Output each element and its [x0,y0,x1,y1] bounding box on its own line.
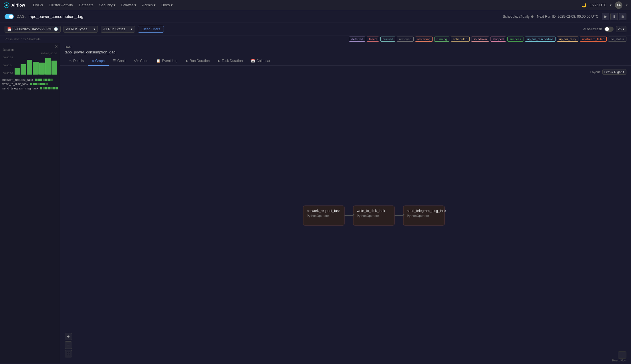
run-state-chevron: ▾ [131,27,132,31]
nav-admin[interactable]: Admin ▾ [140,2,158,8]
task-node-send-telegram[interactable]: send_telegram_msg_task PythonOperator [403,205,445,225]
tab-code-label: Code [140,59,148,63]
current-time: 16:25 UTC [590,3,606,7]
legend-network-request-task[interactable]: network_request_task [2,78,57,81]
graph-controls: + − ⛶ [65,333,72,357]
run-state-filter[interactable]: All Run States ▾ [101,26,135,33]
task-legend: network_request_task write_to_disk_task [0,77,60,92]
tab-run-duration[interactable]: ▶ Run Duration [182,57,214,66]
page-size-select[interactable]: 25 ▾ [616,26,626,32]
status-tag-skipped[interactable]: skipped [491,37,506,42]
nav-datasets[interactable]: Datasets [76,2,96,8]
shortcuts-info: Press shift / for Shortcuts [5,37,41,41]
shortcuts-slash: / [21,37,21,41]
nav-security[interactable]: Security ▾ [97,2,118,8]
nav-browse[interactable]: Browse ▾ [119,2,139,8]
next-run-id: Next Run ID: 2025-02-08, 00:00:00 UTC [537,15,598,19]
zoom-in-button[interactable]: + [65,333,72,340]
nav-right: 🌙 16:25 UTC ▾ AA ▾ [582,1,628,9]
bar-6 [45,58,51,75]
calendar-tab-icon: 📅 [251,59,255,63]
status-tag-no-status[interactable]: no_status [608,37,626,42]
clear-filters-button[interactable]: Clear Filters [138,26,164,33]
layout-dropdown[interactable]: Left -> Right ▾ [602,69,626,75]
auto-refresh-toggle[interactable] [604,27,614,32]
tab-graph-label: Graph [95,59,105,63]
shortcuts-tags-row: Press shift / for Shortcuts deferred fai… [0,35,631,43]
main-layout: ✕ Duration Feb 05, 00:20 00:00:03 00:00:… [0,43,631,363]
status-tag-scheduled[interactable]: scheduled [451,37,470,42]
connector-2-3 [395,215,403,216]
filter-right: Auto-refresh 25 ▾ [583,26,626,32]
tab-graph[interactable]: ⎈ Graph [88,57,109,66]
run-type-filter[interactable]: All Run Types ▾ [64,26,98,33]
trigger-dag-button[interactable]: ▶ [602,13,609,20]
status-tag-running[interactable]: running [434,37,449,42]
status-tag-restarting[interactable]: restarting [415,37,433,42]
tab-gantt[interactable]: ☰ Gantt [109,57,130,66]
dark-mode-icon[interactable]: 🌙 [582,3,586,7]
time-value: 04:25:22 PM [32,27,51,31]
status-tag-removed[interactable]: removed [397,37,414,42]
tab-code[interactable]: </> Code [130,57,152,66]
tab-calendar[interactable]: 📅 Calendar [247,57,275,66]
dag-toggle[interactable] [5,14,14,19]
delete-dag-button[interactable]: 🗑 [619,13,626,20]
sidebar: ✕ Duration Feb 05, 00:20 00:00:03 00:00:… [0,43,60,363]
bar-1 [15,68,20,75]
event-log-icon: 📋 [156,59,160,63]
status-tag-queued[interactable]: queued [380,37,396,42]
task-node-type-3: PythonOperator [407,214,441,217]
nav-cluster-activity[interactable]: Cluster Activity [46,2,75,8]
timezone-chevron: ▾ [610,3,612,7]
graph-area: Layout: Left -> Right ▾ network_request_… [60,66,631,363]
legend-task-name-2: write_to_disk_task [2,82,28,86]
task-node-network-request[interactable]: network_request_task PythonOperator [303,205,345,225]
status-tag-shutdown[interactable]: shutdown [471,37,489,42]
run-type-value: All Run Types [66,27,87,31]
tab-details[interactable]: ⚠ Details [65,57,88,66]
status-tag-deferred[interactable]: deferred [349,37,365,42]
status-tag-upstream-failed[interactable]: upstream_failed [580,37,607,42]
tab-task-duration[interactable]: ▶ Task Duration [214,57,247,66]
bar-4 [33,62,38,75]
nav-dags[interactable]: DAGs [31,2,45,8]
status-tag-failed[interactable]: failed [367,37,379,42]
task-node-name-2: write_to_disk_task [357,209,391,213]
legend-write-to-disk-task[interactable]: write_to_disk_task [2,82,57,86]
filter-bar: 📅 02/08/2025 04:25:22 PM 🕐 All Run Types… [0,23,631,35]
mini-legend-text: ··· [621,353,623,357]
tab-calendar-label: Calendar [257,59,271,63]
schedule-label: Schedule: @daily [503,15,530,19]
pause-dag-button[interactable]: ⏸ [610,13,618,20]
dag-breadcrumb: DAG [60,43,631,50]
legend-task-name-3: send_telegram_msg_task [2,87,38,90]
bar-3 [27,60,32,75]
user-chevron: ▾ [626,3,628,7]
tab-details-label: Details [73,59,84,63]
user-avatar[interactable]: AA [615,1,622,9]
mini-chart: Duration Feb 05, 00:20 00:00:03 00:00:01… [0,46,60,77]
legend-send-telegram-task[interactable]: send_telegram_msg_task [2,87,57,90]
nav-docs[interactable]: Docs ▾ [159,2,175,8]
tab-event-log[interactable]: 📋 Event Log [152,57,181,66]
bar-7 [51,61,57,75]
status-tag-success[interactable]: success [507,37,523,42]
status-tag-up-for-reschedule[interactable]: up_for_reschedule [525,37,555,42]
shortcuts-press: Press [5,37,13,41]
app-logo[interactable]: Airflow [3,2,25,8]
sidebar-close-button[interactable]: ✕ [55,44,58,49]
legend-squares-1 [35,79,53,81]
gantt-icon: ☰ [113,59,116,63]
schedule-dot [531,15,533,18]
status-tag-up-for-retry[interactable]: up_for_retry [557,37,578,42]
fit-view-button[interactable]: ⛶ [65,350,72,357]
zoom-out-button[interactable]: − [65,341,72,349]
dag-header: DAG: tapo_power_consumption_dag Schedule… [0,10,631,23]
task-node-write-disk[interactable]: write_to_disk_task PythonOperator [353,205,395,225]
task-nodes-container: network_request_task PythonOperator writ… [303,205,445,225]
tab-run-duration-label: Run Duration [190,59,210,63]
legend-task-name-1: network_request_task [2,78,33,81]
date-filter[interactable]: 📅 02/08/2025 04:25:22 PM 🕐 [5,26,61,33]
task-node-name-1: network_request_task [307,209,341,213]
